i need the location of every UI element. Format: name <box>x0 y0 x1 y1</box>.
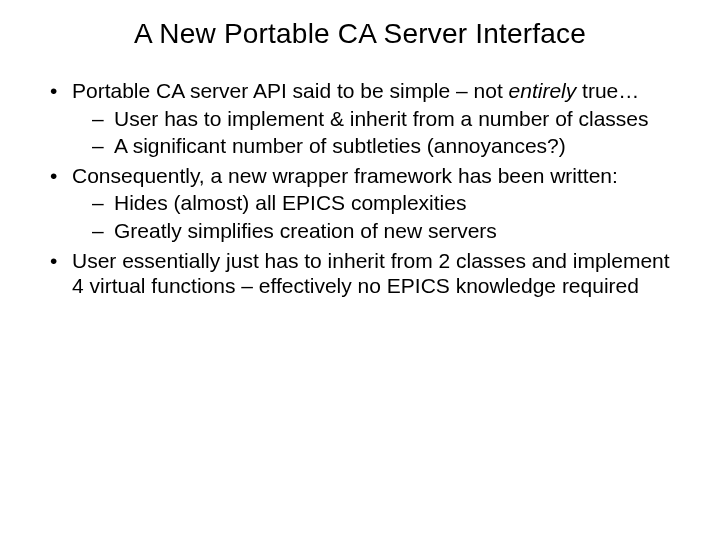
bullet-text: Consequently, a new wrapper framework ha… <box>72 164 618 187</box>
sub-bullet-item: Hides (almost) all EPICS complexities <box>92 190 680 216</box>
sub-bullet-item: User has to implement & inherit from a n… <box>92 106 680 132</box>
bullet-text-pre: Portable CA server API said to be simple… <box>72 79 509 102</box>
sub-bullet-list: Hides (almost) all EPICS complexities Gr… <box>72 190 680 243</box>
bullet-item: Consequently, a new wrapper framework ha… <box>50 163 680 244</box>
sub-bullet-item: A significant number of subtleties (anno… <box>92 133 680 159</box>
bullet-item: Portable CA server API said to be simple… <box>50 78 680 159</box>
sub-bullet-text: User has to implement & inherit from a n… <box>114 107 649 130</box>
bullet-text: User essentially just has to inherit fro… <box>72 249 670 298</box>
slide-title: A New Portable CA Server Interface <box>40 18 680 50</box>
bullet-text-post: true… <box>576 79 639 102</box>
bullet-item: User essentially just has to inherit fro… <box>50 248 680 299</box>
sub-bullet-item: Greatly simplifies creation of new serve… <box>92 218 680 244</box>
bullet-list: Portable CA server API said to be simple… <box>40 78 680 299</box>
sub-bullet-text: Hides (almost) all EPICS complexities <box>114 191 466 214</box>
sub-bullet-text: A significant number of subtleties (anno… <box>114 134 566 157</box>
bullet-text-em: entirely <box>509 79 577 102</box>
slide: A New Portable CA Server Interface Porta… <box>0 0 720 540</box>
sub-bullet-list: User has to implement & inherit from a n… <box>72 106 680 159</box>
sub-bullet-text: Greatly simplifies creation of new serve… <box>114 219 497 242</box>
